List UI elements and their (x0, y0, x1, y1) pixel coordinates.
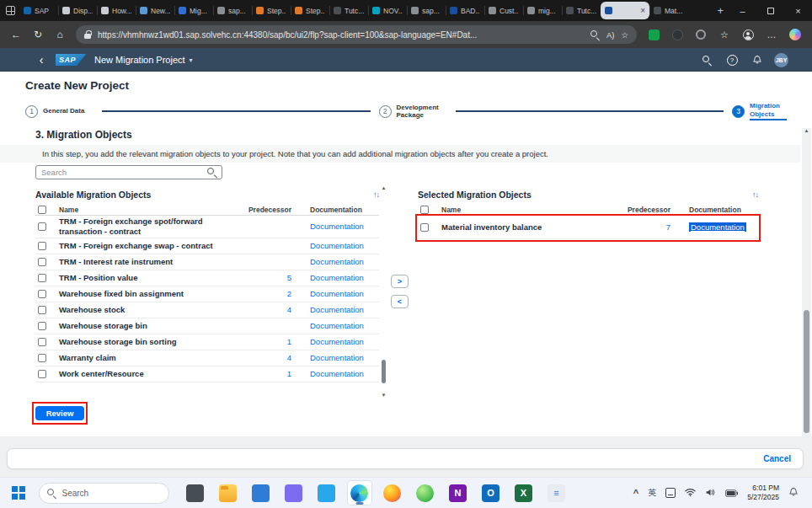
predecessor-count[interactable]: 5 (243, 273, 296, 282)
browser-tab[interactable]: sap... × (213, 2, 252, 19)
taskbar-app[interactable]: O (478, 480, 504, 505)
select-all-checkbox[interactable] (420, 206, 429, 214)
browser-tab[interactable]: Cust... × (484, 2, 523, 19)
row-checkbox[interactable] (38, 222, 46, 231)
minimize-button[interactable]: – (729, 0, 756, 21)
notifications-bell-icon[interactable] (749, 55, 766, 65)
documentation-link[interactable]: Documentation (302, 305, 379, 314)
browser-tab[interactable]: SAP × (19, 2, 58, 19)
shell-search-icon[interactable] (698, 56, 715, 65)
documentation-link[interactable]: Documentation (302, 353, 379, 362)
documentation-link[interactable]: Documentation (302, 321, 379, 330)
volume-icon[interactable] (705, 485, 716, 500)
row-checkbox[interactable] (38, 306, 46, 314)
column-header-name[interactable]: Name (441, 206, 617, 214)
browser-tab[interactable]: How... × (97, 2, 136, 19)
url-text[interactable]: https://vhmhnwz1wd01.sap.solvehc.cn:4438… (98, 30, 584, 40)
scroll-down-icon[interactable]: ▼ (382, 393, 387, 398)
wizard-step-migration-objects[interactable]: 3 Migration Objects (732, 102, 787, 120)
user-avatar[interactable]: JBY (774, 53, 788, 67)
cancel-button[interactable]: Cancel (763, 454, 791, 463)
sap-logo[interactable]: SAP (56, 54, 86, 66)
column-header-predecessor[interactable]: Predecessor (243, 206, 296, 214)
browser-tab[interactable]: × (601, 2, 649, 19)
taskbar-app[interactable]: N (446, 480, 471, 505)
table-row[interactable]: Material inventory balance 7 Documentati… (418, 216, 758, 239)
row-checkbox[interactable] (420, 223, 429, 232)
move-right-button[interactable]: > (391, 275, 409, 288)
table-row[interactable]: TRM - Foreign exchange spot/forward tran… (35, 216, 379, 238)
documentation-link[interactable]: Documentation (302, 289, 379, 298)
start-button[interactable] (12, 486, 25, 500)
tab-grid-icon[interactable] (6, 6, 15, 15)
ime-indicator[interactable]: 英 (648, 487, 656, 499)
table-row[interactable]: TRM - Foreign exchange swap - contract D… (35, 238, 379, 254)
address-bar[interactable]: https://vhmhnwz1wd01.sap.solvehc.cn:4438… (76, 25, 637, 44)
read-aloud-icon[interactable]: A) (606, 30, 615, 40)
add-favorite-star-icon[interactable]: ☆ (621, 30, 628, 40)
browser-tab[interactable]: NOV... × (368, 2, 407, 19)
favorites-bar-icon[interactable]: ☆ (714, 29, 735, 40)
column-header-documentation[interactable]: Documentation (302, 206, 379, 214)
taskbar-clock[interactable]: 6:01 PM 5/27/2025 (747, 484, 779, 501)
restore-button[interactable] (756, 0, 784, 21)
wifi-icon[interactable] (685, 485, 696, 500)
scrollbar-thumb[interactable] (804, 310, 809, 433)
taskbar-search[interactable]: Search (39, 483, 169, 504)
move-left-button[interactable]: < (391, 295, 409, 308)
row-checkbox[interactable] (38, 274, 46, 282)
back-icon[interactable]: ← (7, 25, 25, 44)
predecessor-count[interactable]: 2 (243, 289, 296, 298)
browser-tab[interactable]: Step... × (291, 2, 329, 19)
tab-close-icon[interactable]: × (640, 7, 645, 15)
search-input[interactable] (41, 168, 202, 177)
scroll-up-icon[interactable]: ▲ (382, 185, 387, 190)
zoom-search-icon[interactable] (590, 30, 600, 40)
refresh-icon[interactable]: ↻ (29, 25, 47, 44)
copilot-icon[interactable] (785, 29, 805, 40)
row-checkbox[interactable] (38, 242, 46, 250)
browser-tab[interactable]: Mig... × (174, 2, 213, 19)
browser-tab[interactable]: mig... × (523, 2, 562, 19)
help-icon[interactable]: ? (724, 55, 740, 66)
extension-green-icon[interactable] (644, 29, 664, 40)
browser-tab[interactable]: Disp... × (58, 2, 97, 19)
predecessor-count[interactable]: 1 (243, 369, 296, 378)
column-header-documentation[interactable]: Documentation (681, 206, 758, 214)
home-icon[interactable]: ⌂ (51, 25, 69, 44)
scrollbar-thumb[interactable] (382, 360, 386, 383)
taskbar-app[interactable] (314, 480, 339, 505)
row-checkbox[interactable] (38, 370, 46, 378)
taskbar-app[interactable] (248, 480, 274, 505)
taskbar-app[interactable]: ≡ (544, 480, 569, 505)
browser-tab[interactable]: BAD... × (446, 2, 484, 19)
profile-icon[interactable] (738, 29, 758, 40)
column-header-predecessor[interactable]: Predecessor (622, 206, 676, 214)
predecessor-count[interactable]: 4 (243, 305, 296, 314)
tray-chevron-up-icon[interactable]: ^ (633, 488, 638, 498)
browser-tab[interactable]: Mat... × (649, 2, 688, 19)
taskbar-app[interactable] (413, 480, 438, 505)
extension-ring-icon[interactable] (691, 29, 711, 40)
table-row[interactable]: TRM - Position value 5 Documentation (35, 270, 379, 286)
extension-dark-icon[interactable] (667, 29, 687, 40)
wizard-step-development-package[interactable]: 2 Development Package (379, 104, 447, 119)
battery-icon[interactable] (725, 485, 738, 500)
documentation-link[interactable]: Documentation (302, 241, 379, 250)
taskbar-app[interactable] (183, 480, 208, 505)
shell-back-button[interactable]: ‹ (35, 53, 47, 67)
touch-keyboard-icon[interactable] (665, 488, 676, 498)
documentation-link[interactable]: Documentation (302, 257, 379, 266)
row-checkbox[interactable] (38, 354, 46, 362)
predecessor-count[interactable]: 4 (243, 353, 296, 362)
close-button[interactable]: × (784, 0, 812, 21)
select-all-checkbox[interactable] (38, 206, 46, 214)
predecessor-count[interactable]: 1 (243, 337, 296, 346)
table-row[interactable]: Warehouse stock 4 Documentation (35, 302, 379, 318)
documentation-link[interactable]: Documentation (302, 337, 379, 346)
table-row[interactable]: TRM - Interest rate instrument Documenta… (35, 254, 379, 270)
review-button[interactable]: Review (35, 406, 84, 420)
new-tab-button[interactable]: + (717, 4, 724, 17)
browser-tab[interactable]: New... × (136, 2, 174, 19)
row-checkbox[interactable] (38, 338, 46, 346)
